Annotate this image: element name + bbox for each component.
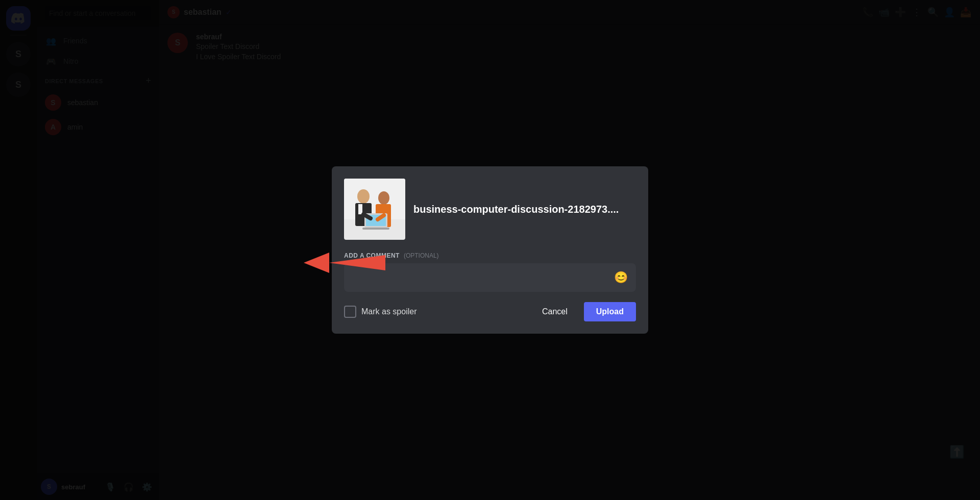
file-thumbnail: [344, 179, 405, 240]
svg-rect-4: [358, 204, 362, 214]
app-container: S S 👥 Friends 🎮 Nitro DIRECT MESSAGES +: [0, 0, 980, 500]
svg-point-2: [357, 189, 370, 204]
arrow-annotation: [304, 250, 385, 276]
modal-buttons: Cancel Upload: [534, 302, 636, 321]
comment-section: ADD A COMMENT (OPTIONAL) 😊: [344, 252, 636, 292]
emoji-button[interactable]: 😊: [614, 271, 628, 284]
svg-marker-12: [329, 255, 385, 270]
thumbnail-image: [344, 179, 405, 240]
file-preview: business-computer-discussion-2182973....: [344, 179, 636, 240]
upload-button[interactable]: Upload: [584, 302, 636, 321]
svg-marker-13: [304, 253, 329, 273]
cancel-button[interactable]: Cancel: [534, 302, 576, 321]
comment-input-wrapper: 😊: [344, 263, 636, 292]
modal-overlay: business-computer-discussion-2182973....…: [0, 0, 980, 500]
spoiler-section: Mark as spoiler: [344, 306, 416, 318]
comment-label-row: ADD A COMMENT (OPTIONAL): [344, 252, 636, 259]
comment-input[interactable]: [352, 270, 614, 285]
comment-label-optional: (OPTIONAL): [404, 252, 439, 259]
modal-filename: business-computer-discussion-2182973....: [413, 204, 619, 215]
spoiler-checkbox[interactable]: [344, 306, 356, 318]
spoiler-label: Mark as spoiler: [361, 307, 416, 316]
modal-footer: Mark as spoiler Cancel Upload: [344, 302, 636, 321]
svg-point-5: [378, 191, 389, 205]
svg-rect-9: [362, 228, 389, 230]
